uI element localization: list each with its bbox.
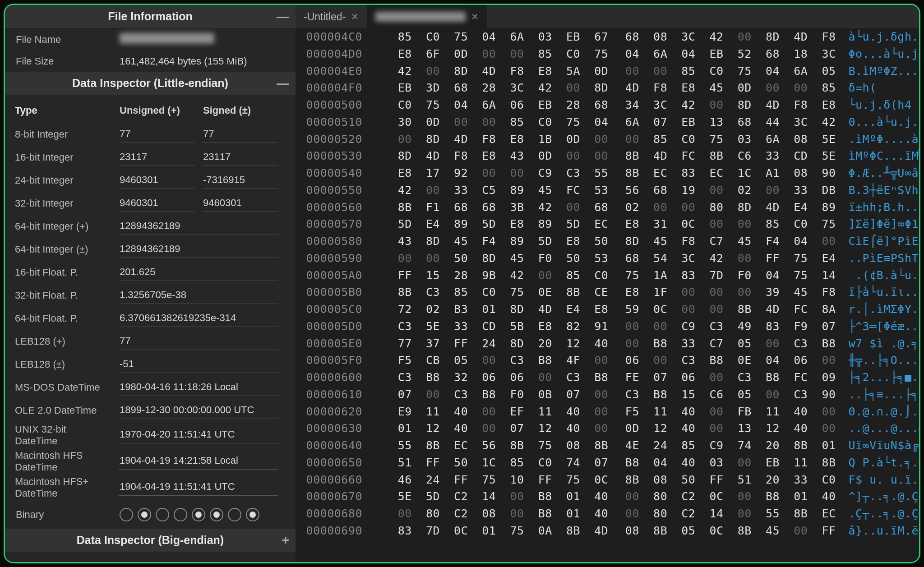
row-unsigned[interactable]: 23117 bbox=[119, 149, 195, 166]
hex-bytes[interactable]: C3 5E 33 CD 5B E8 82 91 00 00 C9 C3 49 8… bbox=[371, 318, 836, 335]
row-value[interactable]: 201.625 bbox=[119, 264, 278, 281]
hex-line[interactable]: 00000660 46 24 FF 75 10 FF 75 0C 8B 08 5… bbox=[296, 471, 920, 489]
hex-bytes[interactable]: 30 0D 00 00 85 C0 75 04 6A 07 EB 13 68 4… bbox=[371, 114, 836, 131]
hex-bytes[interactable]: 00 8D 4D F8 E8 1B 0D 00 00 85 C0 75 03 6… bbox=[371, 131, 836, 148]
hex-bytes[interactable]: E9 11 40 00 EF 11 40 00 F5 11 40 00 FB 1… bbox=[371, 403, 836, 420]
hex-bytes[interactable]: 85 C0 75 04 6A 03 EB 67 68 08 3C 42 00 8… bbox=[371, 28, 836, 46]
hex-line[interactable]: 00000520 00 8D 4D F8 E8 1B 0D 00 00 85 C… bbox=[296, 131, 920, 148]
hex-line[interactable]: 000004E0 42 00 8D 4D F8 E8 5A 0D 00 00 8… bbox=[296, 63, 920, 80]
hex-bytes[interactable]: C3 B8 32 06 06 00 C3 B8 FE 07 06 00 C3 B… bbox=[371, 369, 836, 386]
hex-bytes[interactable]: EB 3D 68 28 3C 42 00 8D 4D F8 E8 45 0D 0… bbox=[371, 79, 836, 97]
hex-bytes[interactable]: 01 12 40 00 07 12 40 00 0D 12 40 00 13 1… bbox=[371, 420, 836, 437]
hex-line[interactable]: 00000650 51 FF 50 1C 85 C0 74 07 B8 04 4… bbox=[296, 454, 920, 471]
hex-line[interactable]: 00000570 5D E4 89 5D E8 89 5D EC E8 31 0… bbox=[296, 216, 920, 233]
close-icon[interactable]: ✕ bbox=[471, 11, 479, 22]
hex-line[interactable]: 000005F0 F5 CB 05 00 C3 B8 4F 00 06 00 C… bbox=[296, 352, 920, 369]
hex-line[interactable]: 00000670 5E 5D C2 14 00 B8 01 40 00 80 C… bbox=[296, 488, 920, 505]
hex-line[interactable]: 000004C0 85 C0 75 04 6A 03 EB 67 68 08 3… bbox=[296, 28, 920, 46]
bit-radio[interactable] bbox=[192, 508, 205, 521]
hex-line[interactable]: 00000620 E9 11 40 00 EF 11 40 00 F5 11 4… bbox=[296, 403, 920, 420]
hex-bytes[interactable]: 43 8D 45 F4 89 5D E8 50 8D 45 F8 C7 45 F… bbox=[371, 233, 836, 250]
row-unsigned[interactable]: 9460301 bbox=[119, 195, 195, 212]
hex-line[interactable]: 00000550 42 00 33 C5 89 45 FC 53 56 68 1… bbox=[296, 182, 920, 199]
hex-view[interactable]: 000004C0 85 C0 75 04 6A 03 EB 67 68 08 3… bbox=[296, 28, 920, 562]
bit-radio[interactable] bbox=[120, 508, 133, 521]
hex-line[interactable]: 00000690 83 7D 0C 01 75 0A 8B 4D 08 8B 0… bbox=[296, 522, 920, 539]
file-info-header[interactable]: File Information — bbox=[5, 5, 296, 28]
inspector-be-header[interactable]: Data Inspector (Big-endian) + bbox=[5, 529, 296, 552]
row-signed[interactable]: 9460301 bbox=[202, 195, 278, 212]
bit-radio[interactable] bbox=[138, 508, 151, 521]
close-icon[interactable]: ✕ bbox=[351, 11, 359, 22]
hex-line[interactable]: 000005A0 FF 15 28 9B 42 00 85 C0 75 1A 8… bbox=[296, 267, 920, 284]
collapse-icon[interactable]: — bbox=[277, 10, 289, 23]
hex-line[interactable]: 00000640 55 8B EC 56 8B 75 08 8B 4E 24 8… bbox=[296, 437, 920, 454]
hex-line[interactable]: 000005C0 72 02 B3 01 8D 4D E4 E8 59 0C 0… bbox=[296, 301, 920, 318]
hex-line[interactable]: 00000580 43 8D 45 F4 89 5D E8 50 8D 45 F… bbox=[296, 233, 920, 250]
hex-bytes[interactable]: 77 37 FF 24 8D 20 12 40 00 B8 33 C7 05 0… bbox=[371, 335, 836, 352]
bit-radio[interactable] bbox=[174, 508, 187, 521]
hex-line[interactable]: 000005B0 8B C3 85 C0 75 0E 8B CE E8 1F 0… bbox=[296, 284, 920, 301]
binary-bits[interactable] bbox=[120, 508, 259, 521]
hex-bytes[interactable]: E8 17 92 00 00 C9 C3 55 8B EC 83 EC 1C A… bbox=[371, 165, 836, 182]
hex-bytes[interactable]: 07 00 C3 B8 F0 0B 07 00 C3 B8 15 C6 05 0… bbox=[371, 386, 836, 403]
hex-bytes[interactable]: 8B F1 68 68 3B 42 00 68 02 00 00 80 8D 4… bbox=[371, 199, 836, 216]
row-value[interactable]: -51 bbox=[119, 356, 278, 373]
row-value[interactable]: 1980-04-16 11:18:26 Local bbox=[119, 379, 278, 396]
row-signed[interactable]: 77 bbox=[202, 126, 278, 143]
row-unsigned[interactable]: 77 bbox=[119, 126, 195, 143]
hex-line[interactable]: 00000630 01 12 40 00 07 12 40 00 0D 12 4… bbox=[296, 420, 920, 437]
row-value[interactable]: 12894362189 bbox=[119, 218, 278, 235]
collapse-icon[interactable]: — bbox=[277, 77, 289, 90]
hex-line[interactable]: 00000600 C3 B8 32 06 06 00 C3 B8 FE 07 0… bbox=[296, 369, 920, 386]
row-value[interactable]: 6.370661382619235e-314 bbox=[119, 310, 278, 327]
bit-radio[interactable] bbox=[228, 508, 241, 521]
hex-bytes[interactable]: C0 75 04 6A 06 EB 28 68 34 3C 42 00 8D 4… bbox=[371, 97, 836, 114]
bit-radio[interactable] bbox=[246, 508, 259, 521]
row-value[interactable]: 1.3256705e-38 bbox=[119, 287, 278, 304]
hex-bytes[interactable]: 8B C3 85 C0 75 0E 8B CE E8 1F 00 00 00 3… bbox=[371, 284, 836, 301]
row-value[interactable]: 1899-12-30 00:00:00.000 UTC bbox=[119, 402, 278, 419]
row-value[interactable]: 12894362189 bbox=[119, 241, 278, 258]
row-signed[interactable]: -7316915 bbox=[202, 172, 278, 189]
row-value[interactable]: 77 bbox=[119, 333, 278, 350]
row-value[interactable]: 1904-04-19 14:21:58 Local bbox=[119, 453, 278, 470]
hex-line[interactable]: 00000680 00 80 C2 08 00 B8 01 40 00 80 C… bbox=[296, 505, 920, 522]
row-signed[interactable]: 23117 bbox=[202, 149, 278, 166]
row-value[interactable]: 1970-04-20 11:51:41 UTC bbox=[119, 427, 278, 443]
hex-bytes[interactable]: E8 6F 0D 00 00 85 C0 75 04 6A 04 EB 52 6… bbox=[371, 46, 836, 63]
hex-line[interactable]: 00000610 07 00 C3 B8 F0 0B 07 00 C3 B8 1… bbox=[296, 386, 920, 403]
hex-bytes[interactable]: 55 8B EC 56 8B 75 08 8B 4E 24 85 C9 74 2… bbox=[371, 437, 836, 454]
row-value[interactable]: 1904-04-19 11:51:41 UTC bbox=[119, 479, 278, 496]
hex-line[interactable]: 00000560 8B F1 68 68 3B 42 00 68 02 00 0… bbox=[296, 199, 920, 216]
hex-bytes[interactable]: 42 00 8D 4D F8 E8 5A 0D 00 00 85 C0 75 0… bbox=[371, 63, 836, 80]
expand-icon[interactable]: + bbox=[282, 534, 289, 547]
hex-bytes[interactable]: 72 02 B3 01 8D 4D E4 E8 59 0C 00 00 8B 4… bbox=[371, 301, 836, 318]
hex-line[interactable]: 00000510 30 0D 00 00 85 C0 75 04 6A 07 E… bbox=[296, 114, 920, 131]
hex-bytes[interactable]: 00 00 50 8D 45 F0 50 53 68 54 3C 42 00 F… bbox=[371, 250, 836, 267]
tab-untitled[interactable]: -Untitled- ✕ bbox=[296, 5, 367, 28]
hex-bytes[interactable]: 46 24 FF 75 10 FF 75 0C 8B 08 50 FF 51 2… bbox=[371, 471, 836, 489]
hex-line[interactable]: 000005E0 77 37 FF 24 8D 20 12 40 00 B8 3… bbox=[296, 335, 920, 352]
row-unsigned[interactable]: 9460301 bbox=[119, 172, 195, 189]
hex-bytes[interactable]: 00 80 C2 08 00 B8 01 40 00 80 C2 14 00 5… bbox=[371, 505, 836, 522]
hex-bytes[interactable]: FF 15 28 9B 42 00 85 C0 75 1A 83 7D F0 0… bbox=[371, 267, 836, 284]
hex-line[interactable]: 00000590 00 00 50 8D 45 F0 50 53 68 54 3… bbox=[296, 250, 920, 267]
hex-bytes[interactable]: F5 CB 05 00 C3 B8 4F 00 06 00 C3 B8 0E 0… bbox=[371, 352, 836, 369]
hex-bytes[interactable]: 5E 5D C2 14 00 B8 01 40 00 80 C2 0C 00 B… bbox=[371, 488, 836, 505]
hex-line[interactable]: 00000500 C0 75 04 6A 06 EB 28 68 34 3C 4… bbox=[296, 97, 920, 114]
hex-bytes[interactable]: 42 00 33 C5 89 45 FC 53 56 68 19 00 02 0… bbox=[371, 182, 836, 199]
hex-line[interactable]: 000004D0 E8 6F 0D 00 00 85 C0 75 04 6A 0… bbox=[296, 46, 920, 63]
tab-file[interactable]: ✕ bbox=[367, 5, 487, 28]
bit-radio[interactable] bbox=[156, 508, 169, 521]
hex-line[interactable]: 00000540 E8 17 92 00 00 C9 C3 55 8B EC 8… bbox=[296, 165, 920, 182]
hex-line[interactable]: 00000530 8D 4D F8 E8 43 0D 00 00 8B 4D F… bbox=[296, 148, 920, 165]
hex-line[interactable]: 000004F0 EB 3D 68 28 3C 42 00 8D 4D F8 E… bbox=[296, 79, 920, 97]
hex-bytes[interactable]: 8D 4D F8 E8 43 0D 00 00 8B 4D FC 8B C6 3… bbox=[371, 148, 836, 165]
hex-bytes[interactable]: 5D E4 89 5D E8 89 5D EC E8 31 0C 00 00 8… bbox=[371, 216, 836, 233]
inspector-le-header[interactable]: Data Inspector (Little-endian) — bbox=[5, 72, 296, 95]
hex-bytes[interactable]: 51 FF 50 1C 85 C0 74 07 B8 04 40 03 00 E… bbox=[371, 454, 836, 471]
hex-bytes[interactable]: 83 7D 0C 01 75 0A 8B 4D 08 8B 05 0C 8B 4… bbox=[371, 522, 836, 539]
bit-radio[interactable] bbox=[210, 508, 223, 521]
hex-line[interactable]: 000005D0 C3 5E 33 CD 5B E8 82 91 00 00 C… bbox=[296, 318, 920, 335]
